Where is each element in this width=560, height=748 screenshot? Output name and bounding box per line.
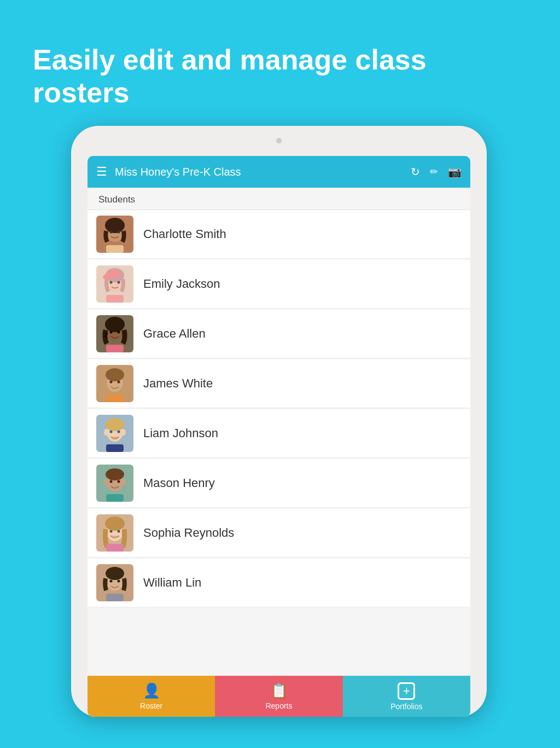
student-name: Grace Allen — [143, 327, 206, 341]
svg-point-50 — [106, 567, 124, 580]
student-name: Mason Henry — [143, 476, 215, 490]
page-title: Easily edit and manage class rosters — [33, 44, 527, 109]
tablet-screen: ☰ Miss Honey's Pre-K Class ↻ ✏ 📷 Student… — [88, 156, 470, 717]
svg-point-38 — [121, 479, 126, 485]
svg-point-2 — [105, 218, 125, 233]
tablet-camera — [276, 138, 282, 143]
list-item[interactable]: William Lin — [88, 559, 470, 607]
avatar — [96, 564, 133, 601]
list-item[interactable]: Emily Jackson — [88, 260, 470, 309]
svg-point-51 — [110, 580, 113, 583]
list-item[interactable]: James White — [88, 359, 470, 408]
list-item[interactable]: Liam Johnson — [88, 409, 470, 458]
svg-point-44 — [105, 517, 125, 531]
svg-rect-13 — [106, 295, 124, 303]
svg-point-24 — [118, 381, 120, 384]
student-name: Charlotte Smith — [143, 227, 226, 241]
roster-label: Roster — [140, 701, 162, 710]
svg-rect-53 — [106, 594, 124, 601]
svg-point-36 — [106, 468, 124, 480]
avatar — [96, 216, 133, 253]
roster-icon: 👤 — [143, 682, 160, 699]
student-name: Sophia Reynolds — [143, 526, 234, 540]
avatar — [96, 315, 133, 352]
svg-point-18 — [118, 331, 120, 334]
refresh-icon[interactable]: ↻ — [411, 165, 420, 178]
svg-point-11 — [110, 281, 113, 284]
list-item[interactable]: Mason Henry — [88, 459, 470, 508]
svg-point-37 — [104, 479, 108, 485]
svg-point-16 — [105, 317, 125, 332]
student-name: William Lin — [143, 576, 201, 590]
svg-point-22 — [106, 368, 124, 381]
students-label: Students — [88, 188, 470, 210]
svg-point-32 — [118, 431, 120, 433]
edit-icon[interactable]: ✏ — [430, 166, 438, 178]
svg-rect-41 — [106, 494, 124, 502]
svg-rect-47 — [106, 544, 124, 552]
svg-point-12 — [118, 281, 120, 284]
svg-point-45 — [110, 530, 113, 533]
svg-point-28 — [106, 418, 124, 431]
portfolios-label: Portfolios — [390, 702, 422, 711]
reports-icon: 📋 — [270, 682, 288, 699]
avatar — [96, 415, 133, 452]
svg-point-40 — [118, 480, 120, 483]
list-item[interactable]: Sophia Reynolds — [88, 509, 470, 558]
tab-portfolios[interactable]: + Portfolios — [343, 676, 470, 717]
svg-rect-5 — [106, 245, 124, 253]
svg-point-23 — [110, 381, 113, 384]
header-icons: ↻ ✏ 📷 — [411, 165, 462, 178]
avatar — [96, 365, 133, 402]
student-list: Charlotte Smith — [88, 210, 470, 676]
avatar — [96, 514, 133, 552]
header-title: Miss Honey's Pre-K Class — [115, 166, 411, 178]
svg-point-29 — [104, 429, 108, 436]
list-item[interactable]: Grace Allen — [88, 310, 470, 358]
student-name: Liam Johnson — [143, 426, 218, 440]
svg-point-17 — [110, 331, 113, 334]
camera-icon[interactable]: 📷 — [448, 165, 462, 178]
svg-rect-25 — [106, 395, 124, 402]
avatar — [96, 265, 133, 303]
portfolios-icon: + — [398, 682, 415, 700]
student-name: James White — [143, 376, 213, 391]
tab-reports[interactable]: 📋 Reports — [215, 676, 342, 717]
app-header: ☰ Miss Honey's Pre-K Class ↻ ✏ 📷 — [88, 156, 470, 188]
svg-point-3 — [110, 231, 113, 234]
svg-point-46 — [118, 530, 120, 533]
list-item[interactable]: Charlotte Smith — [88, 210, 470, 259]
bottom-nav: 👤 Roster 📋 Reports + Portfolios — [88, 676, 470, 717]
reports-label: Reports — [265, 701, 292, 710]
svg-point-30 — [121, 429, 126, 436]
student-name: Emily Jackson — [143, 277, 220, 291]
tablet-frame: ☰ Miss Honey's Pre-K Class ↻ ✏ 📷 Student… — [71, 126, 487, 717]
svg-point-31 — [110, 431, 113, 433]
svg-point-4 — [118, 231, 120, 234]
svg-rect-33 — [106, 444, 124, 452]
menu-icon[interactable]: ☰ — [96, 165, 107, 179]
svg-rect-19 — [106, 345, 124, 352]
avatar — [96, 465, 133, 502]
svg-point-52 — [118, 580, 120, 583]
background: Easily edit and manage class rosters ☰ M… — [0, 0, 560, 748]
tab-roster[interactable]: 👤 Roster — [88, 676, 215, 717]
svg-point-39 — [110, 480, 113, 483]
